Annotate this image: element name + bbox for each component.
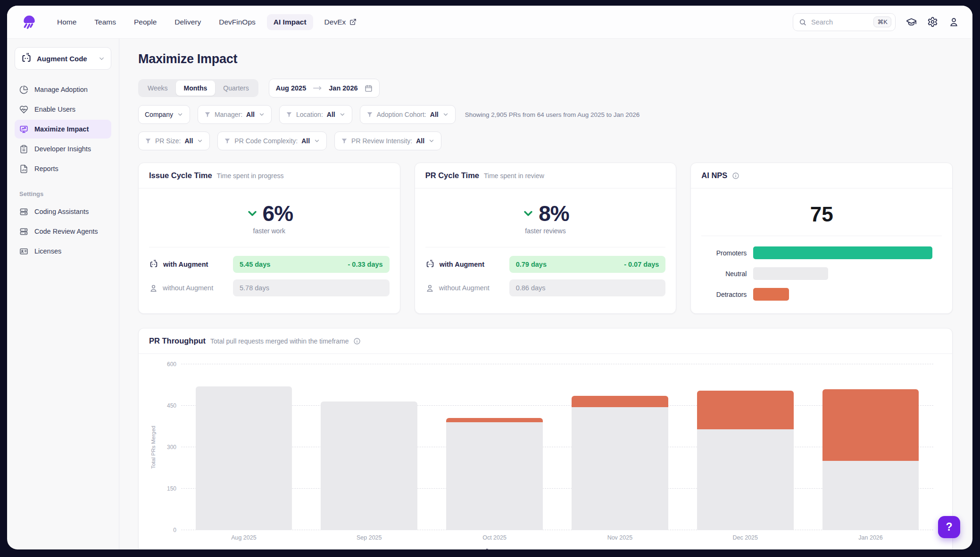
primary-nav: Home Teams People Delivery DevFinOps AI … xyxy=(50,14,363,30)
sidebar-item-manage-adoption[interactable]: Manage Adoption xyxy=(15,80,111,99)
user-icon[interactable] xyxy=(948,16,959,27)
chevron-down-icon xyxy=(428,138,435,144)
legend-label: without Claude xyxy=(577,549,621,550)
nav-item-devfinops[interactable]: DevFinOps xyxy=(212,14,262,30)
bar-column-nov-2025[interactable] xyxy=(557,364,682,530)
graduation-cap-icon[interactable] xyxy=(906,16,917,27)
chevron-down-icon xyxy=(442,111,449,118)
filter-label: PR Code Complexity: xyxy=(234,137,298,145)
card-title: Issue Cycle Time xyxy=(149,171,212,180)
filter-adoption-cohort[interactable]: Adoption Cohort: All xyxy=(360,105,456,124)
sidebar-item-label: Coding Assistants xyxy=(34,208,89,215)
app-window: Home Teams People Delivery DevFinOps AI … xyxy=(7,6,972,549)
sidebar-item-enable-users[interactable]: Enable Users xyxy=(15,100,111,119)
nav-item-ai-impact[interactable]: AI Impact xyxy=(267,14,313,30)
org-selector[interactable]: Augment Code xyxy=(15,47,111,70)
x-axis-labels: Aug 2025Sep 2025Oct 2025Nov 2025Dec 2025… xyxy=(181,530,933,542)
sidebar-item-reports[interactable]: Reports xyxy=(15,159,111,178)
filter-pr-review-intensity[interactable]: PR Review Intensity: All xyxy=(334,131,441,150)
nav-item-devex[interactable]: DevEx xyxy=(318,14,364,30)
funnel-icon xyxy=(204,111,211,118)
tab-quarters[interactable]: Quarters xyxy=(215,81,257,96)
filter-manager[interactable]: Manager: All xyxy=(198,105,272,124)
augment-robot-icon xyxy=(425,260,435,269)
filter-pr-size[interactable]: PR Size: All xyxy=(138,131,210,150)
info-icon[interactable] xyxy=(732,172,739,180)
search-input[interactable] xyxy=(811,18,869,26)
pr-cycle-time-card: PR Cycle Time Time spent in review 8% fa… xyxy=(415,163,677,314)
filter-label: Adoption Cohort: xyxy=(377,111,426,118)
sidebar-item-label: Reports xyxy=(34,165,58,172)
tab-weeks[interactable]: Weeks xyxy=(140,81,176,96)
nps-row-label: Promoters xyxy=(703,249,747,257)
sidebar-item-coding-assistants[interactable]: Coding Assistants xyxy=(15,202,111,221)
delta-percentage: 8% xyxy=(539,201,569,226)
x-tick-label: Dec 2025 xyxy=(682,534,808,541)
x-tick-label: Nov 2025 xyxy=(557,534,682,541)
y-axis-title: Total PRs Merged xyxy=(146,364,160,530)
filter-location[interactable]: Location: All xyxy=(279,105,352,124)
sidebar-item-licenses[interactable]: Licenses xyxy=(15,242,111,261)
y-tick-label: 450 xyxy=(167,402,176,409)
nps-bar xyxy=(753,288,789,301)
nav-item-home[interactable]: Home xyxy=(50,14,83,30)
chevron-down-icon xyxy=(177,111,183,118)
help-button[interactable]: ? xyxy=(938,516,960,538)
sidebar-item-developer-insights[interactable]: Developer Insights xyxy=(15,139,111,158)
sidebar-item-label: Licenses xyxy=(34,247,61,255)
legend-with-augment[interactable]: with Augment xyxy=(470,549,538,549)
bar-segment-without xyxy=(822,461,919,530)
period-segmented-control: Weeks Months Quarters xyxy=(138,79,258,97)
sidebar-item-maximize-impact[interactable]: Maximize Impact xyxy=(15,120,111,139)
filter-value: All xyxy=(184,137,193,145)
arrow-right-icon xyxy=(313,85,322,91)
with-augment-label: with Augment xyxy=(440,261,484,268)
without-value: 5.78 days xyxy=(240,284,269,292)
delta-label: faster work xyxy=(139,227,400,235)
filter-value: All xyxy=(416,137,424,145)
ai-nps-card: AI NPS 75 PromotersNeutralDetractors xyxy=(690,163,953,314)
bar-column-oct-2025[interactable] xyxy=(432,364,557,530)
date-from: Aug 2025 xyxy=(276,84,306,92)
nps-bar xyxy=(753,246,932,259)
legend-without-claude[interactable]: without Claude xyxy=(552,549,621,549)
funnel-icon xyxy=(366,111,373,118)
bar-column-sep-2025[interactable] xyxy=(307,364,432,530)
server-icon xyxy=(19,227,28,236)
issue-cycle-time-card: Issue Cycle Time Time spent in progress … xyxy=(138,163,400,314)
tab-months[interactable]: Months xyxy=(176,81,216,96)
filter-label: Company xyxy=(145,111,173,118)
bar-column-dec-2025[interactable] xyxy=(682,364,808,530)
jellyfish-logo-icon[interactable] xyxy=(20,13,38,31)
filter-value: All xyxy=(430,111,439,118)
date-range-picker[interactable]: Aug 2025 Jan 2026 xyxy=(269,79,380,98)
bar-column-jan-2026[interactable] xyxy=(808,364,933,530)
gear-icon[interactable] xyxy=(927,16,938,27)
augment-robot-icon xyxy=(482,549,490,549)
filter-label: Location: xyxy=(296,111,323,118)
card-subtitle: Time spent in progress xyxy=(217,172,284,180)
filter-company[interactable]: Company xyxy=(138,105,190,124)
bar-column-aug-2025[interactable] xyxy=(181,364,307,530)
file-chart-icon xyxy=(19,164,28,173)
info-icon[interactable] xyxy=(353,337,361,345)
sidebar-item-label: Maximize Impact xyxy=(34,125,89,133)
augment-code-icon xyxy=(21,53,32,64)
filter-pr-code-complexity[interactable]: PR Code Complexity: All xyxy=(217,131,327,150)
nps-row: Neutral xyxy=(703,267,940,280)
filter-value: All xyxy=(246,111,255,118)
delta-label: faster reviews xyxy=(415,227,676,235)
nav-item-people[interactable]: People xyxy=(127,14,163,30)
filter-value: All xyxy=(327,111,335,118)
nav-item-delivery[interactable]: Delivery xyxy=(168,14,208,30)
without-augment-value-pill: 5.78 days xyxy=(233,279,390,296)
funnel-icon xyxy=(224,138,231,144)
sidebar-item-code-review-agents[interactable]: Code Review Agents xyxy=(15,222,111,241)
with-augment-value-pill: 5.45 days - 0.33 days xyxy=(233,256,390,273)
nps-row: Detractors xyxy=(703,288,940,301)
search-box[interactable]: ⌘K xyxy=(793,13,896,31)
server-icon xyxy=(19,207,28,216)
nav-item-teams[interactable]: Teams xyxy=(88,14,123,30)
x-tick-label: Jan 2026 xyxy=(808,534,933,541)
bar-segment-without xyxy=(572,407,668,530)
